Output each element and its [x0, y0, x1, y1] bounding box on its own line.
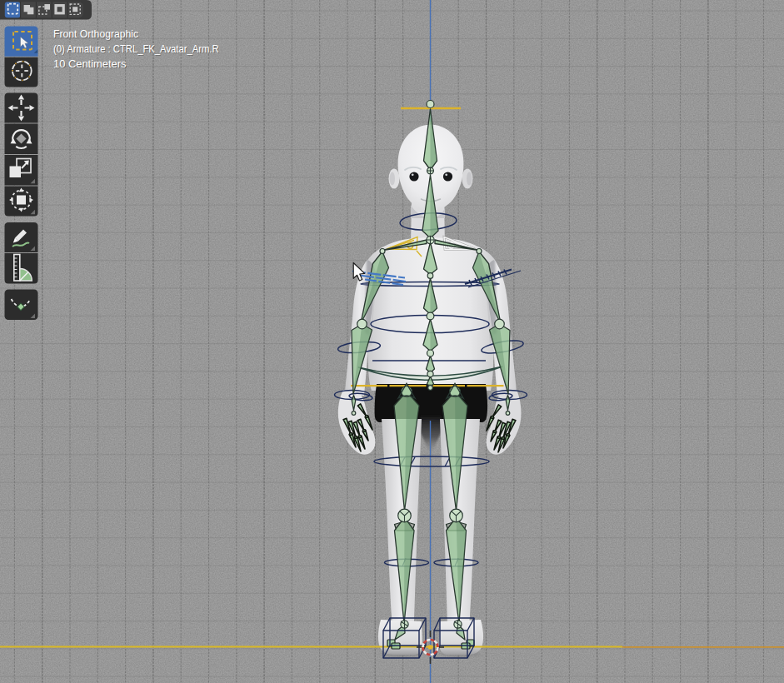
svg-text:10 Centimeters: 10 Centimeters: [53, 57, 127, 70]
svg-text:(0) Armature : CTRL_FK_Avatar_: (0) Armature : CTRL_FK_Avatar_Arm.R: [53, 42, 219, 55]
svg-text:Front Orthographic: Front Orthographic: [53, 27, 139, 40]
